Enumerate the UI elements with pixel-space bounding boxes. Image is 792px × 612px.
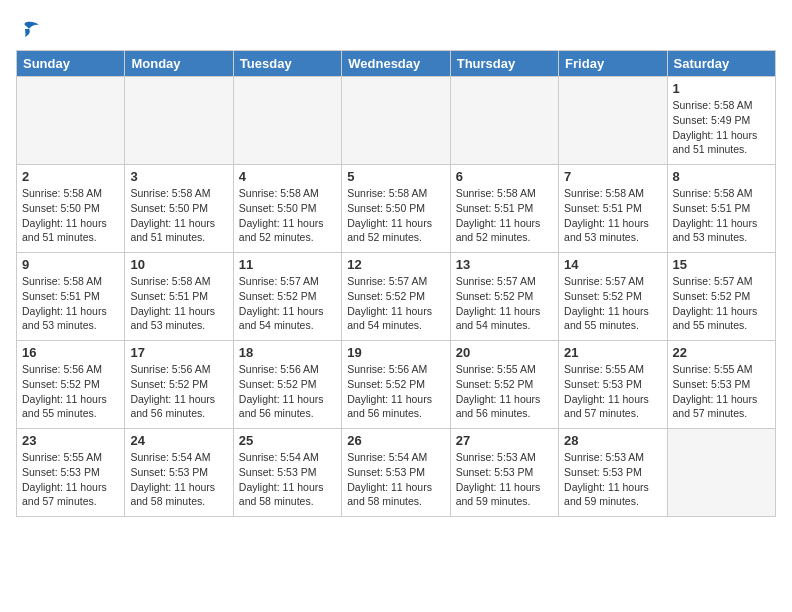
day-number: 19: [347, 345, 444, 360]
calendar-header-row: SundayMondayTuesdayWednesdayThursdayFrid…: [17, 51, 776, 77]
calendar-day-cell: 24Sunrise: 5:54 AM Sunset: 5:53 PM Dayli…: [125, 429, 233, 517]
day-number: 2: [22, 169, 119, 184]
day-of-week-header: Sunday: [17, 51, 125, 77]
logo: [16, 16, 39, 40]
day-of-week-header: Tuesday: [233, 51, 341, 77]
day-info: Sunrise: 5:58 AM Sunset: 5:51 PM Dayligh…: [130, 274, 227, 333]
calendar-day-cell: 4Sunrise: 5:58 AM Sunset: 5:50 PM Daylig…: [233, 165, 341, 253]
logo-bird-icon: [17, 21, 39, 37]
calendar-day-cell: 2Sunrise: 5:58 AM Sunset: 5:50 PM Daylig…: [17, 165, 125, 253]
day-of-week-header: Monday: [125, 51, 233, 77]
calendar-day-cell: 1Sunrise: 5:58 AM Sunset: 5:49 PM Daylig…: [667, 77, 775, 165]
day-info: Sunrise: 5:57 AM Sunset: 5:52 PM Dayligh…: [564, 274, 661, 333]
day-number: 5: [347, 169, 444, 184]
calendar-week-row: 2Sunrise: 5:58 AM Sunset: 5:50 PM Daylig…: [17, 165, 776, 253]
day-of-week-header: Wednesday: [342, 51, 450, 77]
calendar-day-cell: 26Sunrise: 5:54 AM Sunset: 5:53 PM Dayli…: [342, 429, 450, 517]
day-number: 20: [456, 345, 553, 360]
calendar-day-cell: 27Sunrise: 5:53 AM Sunset: 5:53 PM Dayli…: [450, 429, 558, 517]
day-info: Sunrise: 5:56 AM Sunset: 5:52 PM Dayligh…: [130, 362, 227, 421]
day-info: Sunrise: 5:55 AM Sunset: 5:52 PM Dayligh…: [456, 362, 553, 421]
day-info: Sunrise: 5:55 AM Sunset: 5:53 PM Dayligh…: [673, 362, 770, 421]
calendar-day-cell: 8Sunrise: 5:58 AM Sunset: 5:51 PM Daylig…: [667, 165, 775, 253]
day-of-week-header: Saturday: [667, 51, 775, 77]
day-number: 14: [564, 257, 661, 272]
calendar-day-cell: 14Sunrise: 5:57 AM Sunset: 5:52 PM Dayli…: [559, 253, 667, 341]
day-number: 24: [130, 433, 227, 448]
day-info: Sunrise: 5:57 AM Sunset: 5:52 PM Dayligh…: [347, 274, 444, 333]
day-info: Sunrise: 5:58 AM Sunset: 5:50 PM Dayligh…: [239, 186, 336, 245]
calendar-week-row: 1Sunrise: 5:58 AM Sunset: 5:49 PM Daylig…: [17, 77, 776, 165]
calendar-day-cell: 11Sunrise: 5:57 AM Sunset: 5:52 PM Dayli…: [233, 253, 341, 341]
day-info: Sunrise: 5:58 AM Sunset: 5:51 PM Dayligh…: [22, 274, 119, 333]
day-of-week-header: Friday: [559, 51, 667, 77]
calendar-day-cell: 17Sunrise: 5:56 AM Sunset: 5:52 PM Dayli…: [125, 341, 233, 429]
day-info: Sunrise: 5:58 AM Sunset: 5:51 PM Dayligh…: [456, 186, 553, 245]
day-number: 12: [347, 257, 444, 272]
calendar-day-cell: [342, 77, 450, 165]
day-info: Sunrise: 5:54 AM Sunset: 5:53 PM Dayligh…: [130, 450, 227, 509]
calendar-day-cell: 22Sunrise: 5:55 AM Sunset: 5:53 PM Dayli…: [667, 341, 775, 429]
calendar-day-cell: 16Sunrise: 5:56 AM Sunset: 5:52 PM Dayli…: [17, 341, 125, 429]
calendar-day-cell: [667, 429, 775, 517]
day-number: 21: [564, 345, 661, 360]
day-info: Sunrise: 5:55 AM Sunset: 5:53 PM Dayligh…: [22, 450, 119, 509]
calendar-day-cell: 15Sunrise: 5:57 AM Sunset: 5:52 PM Dayli…: [667, 253, 775, 341]
page-header: [16, 16, 776, 40]
calendar-day-cell: 3Sunrise: 5:58 AM Sunset: 5:50 PM Daylig…: [125, 165, 233, 253]
calendar-day-cell: 10Sunrise: 5:58 AM Sunset: 5:51 PM Dayli…: [125, 253, 233, 341]
day-number: 11: [239, 257, 336, 272]
day-info: Sunrise: 5:58 AM Sunset: 5:51 PM Dayligh…: [564, 186, 661, 245]
calendar-day-cell: 18Sunrise: 5:56 AM Sunset: 5:52 PM Dayli…: [233, 341, 341, 429]
calendar-week-row: 23Sunrise: 5:55 AM Sunset: 5:53 PM Dayli…: [17, 429, 776, 517]
day-info: Sunrise: 5:58 AM Sunset: 5:49 PM Dayligh…: [673, 98, 770, 157]
day-number: 18: [239, 345, 336, 360]
day-number: 8: [673, 169, 770, 184]
day-number: 17: [130, 345, 227, 360]
calendar-day-cell: 25Sunrise: 5:54 AM Sunset: 5:53 PM Dayli…: [233, 429, 341, 517]
day-of-week-header: Thursday: [450, 51, 558, 77]
calendar-day-cell: 5Sunrise: 5:58 AM Sunset: 5:50 PM Daylig…: [342, 165, 450, 253]
calendar-day-cell: 20Sunrise: 5:55 AM Sunset: 5:52 PM Dayli…: [450, 341, 558, 429]
day-info: Sunrise: 5:56 AM Sunset: 5:52 PM Dayligh…: [239, 362, 336, 421]
calendar-day-cell: [450, 77, 558, 165]
calendar-day-cell: 7Sunrise: 5:58 AM Sunset: 5:51 PM Daylig…: [559, 165, 667, 253]
day-number: 27: [456, 433, 553, 448]
day-number: 6: [456, 169, 553, 184]
day-info: Sunrise: 5:58 AM Sunset: 5:50 PM Dayligh…: [347, 186, 444, 245]
day-info: Sunrise: 5:55 AM Sunset: 5:53 PM Dayligh…: [564, 362, 661, 421]
calendar-day-cell: [233, 77, 341, 165]
day-number: 15: [673, 257, 770, 272]
calendar-day-cell: [17, 77, 125, 165]
day-number: 7: [564, 169, 661, 184]
calendar-day-cell: 13Sunrise: 5:57 AM Sunset: 5:52 PM Dayli…: [450, 253, 558, 341]
calendar-day-cell: 9Sunrise: 5:58 AM Sunset: 5:51 PM Daylig…: [17, 253, 125, 341]
calendar-day-cell: 21Sunrise: 5:55 AM Sunset: 5:53 PM Dayli…: [559, 341, 667, 429]
day-number: 25: [239, 433, 336, 448]
calendar-week-row: 9Sunrise: 5:58 AM Sunset: 5:51 PM Daylig…: [17, 253, 776, 341]
day-number: 28: [564, 433, 661, 448]
day-info: Sunrise: 5:58 AM Sunset: 5:50 PM Dayligh…: [22, 186, 119, 245]
day-number: 4: [239, 169, 336, 184]
day-number: 9: [22, 257, 119, 272]
calendar-day-cell: 12Sunrise: 5:57 AM Sunset: 5:52 PM Dayli…: [342, 253, 450, 341]
day-info: Sunrise: 5:53 AM Sunset: 5:53 PM Dayligh…: [564, 450, 661, 509]
day-info: Sunrise: 5:58 AM Sunset: 5:51 PM Dayligh…: [673, 186, 770, 245]
day-info: Sunrise: 5:56 AM Sunset: 5:52 PM Dayligh…: [347, 362, 444, 421]
day-info: Sunrise: 5:57 AM Sunset: 5:52 PM Dayligh…: [673, 274, 770, 333]
day-number: 3: [130, 169, 227, 184]
calendar-day-cell: [125, 77, 233, 165]
day-info: Sunrise: 5:54 AM Sunset: 5:53 PM Dayligh…: [239, 450, 336, 509]
day-number: 23: [22, 433, 119, 448]
day-number: 13: [456, 257, 553, 272]
day-number: 1: [673, 81, 770, 96]
calendar-week-row: 16Sunrise: 5:56 AM Sunset: 5:52 PM Dayli…: [17, 341, 776, 429]
day-number: 16: [22, 345, 119, 360]
day-info: Sunrise: 5:57 AM Sunset: 5:52 PM Dayligh…: [239, 274, 336, 333]
calendar-day-cell: 19Sunrise: 5:56 AM Sunset: 5:52 PM Dayli…: [342, 341, 450, 429]
logo-general: [16, 16, 39, 40]
day-info: Sunrise: 5:58 AM Sunset: 5:50 PM Dayligh…: [130, 186, 227, 245]
calendar-day-cell: 23Sunrise: 5:55 AM Sunset: 5:53 PM Dayli…: [17, 429, 125, 517]
day-info: Sunrise: 5:57 AM Sunset: 5:52 PM Dayligh…: [456, 274, 553, 333]
calendar-day-cell: [559, 77, 667, 165]
